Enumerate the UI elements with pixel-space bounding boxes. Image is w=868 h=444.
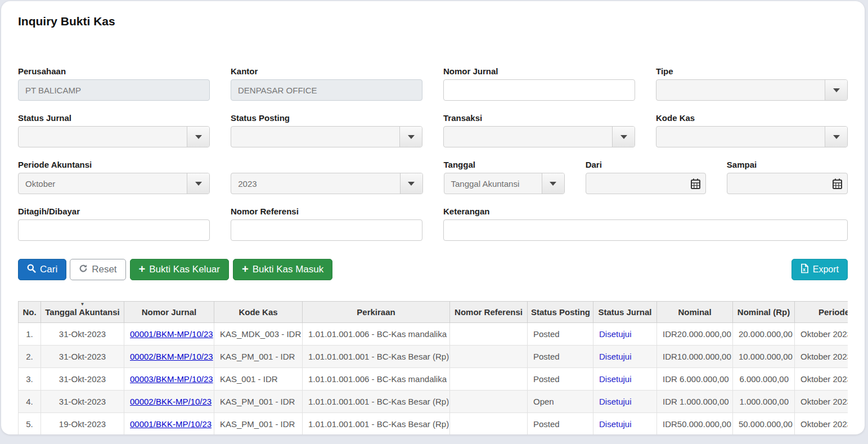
sampai-date-input[interactable] [727,173,848,194]
chevron-down-icon [408,182,415,186]
cell-periode: Oktober 2023 [795,323,848,346]
cell-nomor_jurnal: 00001/BKM-MP/10/23 [124,323,214,346]
kode-kas-select-button[interactable] [825,127,847,147]
cell-nomor_jurnal: 00003/BKM-MP/10/23 [124,368,214,391]
status-posting-label: Status Posting [231,113,422,123]
periode-tahun-select-button[interactable] [400,173,422,194]
status_jurnal-link[interactable]: Disetujui [599,374,632,384]
chevron-down-icon [620,135,627,139]
cari-button[interactable]: Cari [18,259,66,280]
col-header-perkiraan[interactable]: Perkiraan [303,302,450,323]
nomor_jurnal-link[interactable]: 00002/BKK-MP/10/23 [130,397,212,406]
table-row: 5.19-Okt-202300001/BKK-MP/10/23KAS_PM_00… [19,413,848,435]
filter-form: Perusahaan Kantor Nomor Jurnal Tipe Stat… [1,66,865,241]
cell-nominal: IDR 1.000.000,00 [657,391,733,413]
cell-perkiraan: 1.01.01.001.006 - BC-Kas mandalika [303,323,450,346]
cell-kode_kas: KAS_MDK_003 - IDR [214,323,303,346]
col-header-nominal_rp[interactable]: Nominal (Rp) [733,302,795,323]
col-header-tanggal_akuntansi[interactable]: ▼Tanggal Akuntansi [41,302,124,323]
tanggal-select[interactable]: Tanggal Akuntansi [444,173,565,194]
status_jurnal-link[interactable]: Disetujui [599,352,632,361]
cell-no: 2. [19,346,41,368]
col-header-kode_kas[interactable]: Kode Kas [214,302,303,323]
nomor_jurnal-link[interactable]: 00001/BKK-MP/10/23 [130,419,212,429]
transaksi-label: Transaksi [443,113,635,123]
periode-tahun-select[interactable]: 2023 [231,173,422,194]
nomor_jurnal-link[interactable]: 00001/BKM-MP/10/23 [130,329,213,339]
col-header-nominal[interactable]: Nominal [657,302,733,323]
nomor-jurnal-label: Nomor Jurnal [443,66,635,76]
periode-akuntansi-select-button[interactable] [187,173,209,194]
status_jurnal-link[interactable]: Disetujui [599,329,632,339]
sampai-input[interactable] [727,173,847,194]
field-periode-tahun: 2023 [231,173,422,194]
dari-date-input[interactable] [586,173,706,194]
bukti-kas-keluar-label: Bukti Kas Keluar [149,264,220,275]
col-header-status_jurnal[interactable]: Status Jurnal [593,302,657,323]
col-header-periode[interactable]: Periode [795,302,848,323]
excel-file-icon: x [800,263,809,276]
cell-status_jurnal: Disetujui [593,413,657,435]
cell-periode: Oktober 2023 [795,368,848,391]
cell-nominal_rp: 1.000.000,00 [733,391,795,413]
tanggal-label: Tanggal [444,160,565,169]
cell-status_posting: Posted [528,346,593,368]
action-bar: Cari Reset + Bukti Kas Keluar + Bukti Ka… [18,259,848,280]
ditagih-dibayar-input[interactable] [18,219,210,241]
cell-nominal_rp: 10.000.000,00 [733,346,795,368]
field-ditagih-dibayar: Ditagih/Dibayar [18,207,210,241]
transaksi-select-value [444,127,612,147]
kode-kas-select[interactable] [656,126,848,147]
tipe-select[interactable] [656,79,848,101]
tanggal-select-value: Tanggal Akuntansi [444,173,542,194]
status-posting-select-button[interactable] [399,127,422,147]
calendar-icon[interactable] [691,178,700,191]
cell-kode_kas: KAS_PM_001 - IDR [214,413,303,435]
cell-kode_kas: KAS_PM_001 - IDR [214,346,303,368]
cell-no: 5. [19,413,41,435]
transaksi-select[interactable] [443,126,635,147]
plus-icon: + [242,263,249,275]
status_jurnal-link[interactable]: Disetujui [599,419,632,429]
calendar-icon[interactable] [833,178,842,191]
field-transaksi: Transaksi [443,113,635,147]
chevron-down-icon [550,182,556,186]
cell-tanggal_akuntansi: 31-Okt-2023 [41,368,124,391]
periode-akuntansi-select[interactable]: Oktober [18,173,210,194]
status-posting-select[interactable] [231,126,422,147]
nomor_jurnal-link[interactable]: 00003/BKM-MP/10/23 [130,374,213,384]
reset-button[interactable]: Reset [70,259,125,280]
col-header-no[interactable]: No. [19,302,41,323]
nomor-referensi-input[interactable] [231,219,422,241]
status-jurnal-select[interactable] [18,126,210,147]
table-row: 4.31-Okt-202300002/BKK-MP/10/23KAS_PM_00… [19,391,848,413]
chevron-down-icon [408,135,415,139]
nomor-jurnal-input[interactable] [443,79,635,101]
nomor_jurnal-link[interactable]: 00002/BKM-MP/10/23 [130,352,213,361]
cell-nominal: IDR20.000.000,00 [657,323,733,346]
transaksi-select-button[interactable] [612,127,635,147]
bukti-kas-keluar-button[interactable]: + Bukti Kas Keluar [130,259,229,280]
tanggal-select-button[interactable] [542,173,564,194]
nomor-referensi-label: Nomor Referensi [231,207,422,216]
cell-nominal_rp: 20.000.000,00 [733,323,795,346]
cell-periode: Oktober 2023 [795,346,848,368]
dari-input[interactable] [586,173,705,194]
status-jurnal-select-button[interactable] [187,127,209,147]
cell-nomor_referensi [450,323,528,346]
tipe-select-button[interactable] [825,80,847,100]
col-header-nomor_referensi[interactable]: Nomor Referensi [450,302,528,323]
plus-icon: + [139,263,146,275]
export-button[interactable]: x Export [791,259,848,280]
col-header-nomor_jurnal[interactable]: Nomor Jurnal [124,302,214,323]
col-header-status_posting[interactable]: Status Posting [528,302,593,323]
cell-no: 4. [19,391,41,413]
keterangan-input[interactable] [443,219,848,241]
bukti-kas-masuk-button[interactable]: + Bukti Kas Masuk [233,259,332,280]
field-tipe: Tipe [656,66,848,101]
field-status-jurnal: Status Jurnal [18,113,210,147]
cell-perkiraan: 1.01.01.001.006 - BC-Kas mandalika [303,368,450,391]
cell-status_jurnal: Disetujui [593,346,657,368]
results-table-body: 1.31-Okt-202300001/BKM-MP/10/23KAS_MDK_0… [19,323,848,435]
status_jurnal-link[interactable]: Disetujui [599,397,632,406]
